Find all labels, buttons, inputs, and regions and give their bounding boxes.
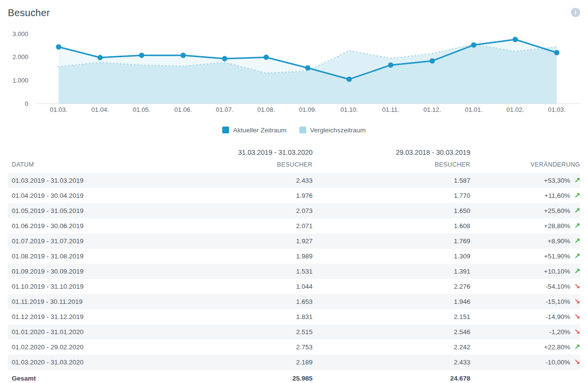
trend-arrow: ↗ (574, 343, 580, 350)
legend-swatch-icon (299, 127, 306, 133)
row-change: +53,30%↗ (470, 173, 580, 188)
svg-text:01.12.: 01.12. (423, 106, 441, 113)
legend-item-current[interactable]: Aktueller Zeitraum (222, 126, 287, 134)
col-header-besucher-current: BESUCHER (172, 160, 313, 173)
change-percent: +11,60% (545, 192, 570, 199)
legend-item-comparison[interactable]: Vergleichszeitraum (299, 126, 366, 134)
row-change: +22,80%↗ (470, 340, 580, 355)
change-percent: +22,80% (544, 343, 570, 351)
row-current-visitors: 2.189 (172, 355, 313, 370)
svg-text:01.03.: 01.03. (548, 106, 566, 113)
trend-arrow: ↗ (574, 222, 580, 229)
visitors-table: 31.03.2019 - 31.03.2020 29.03.2018 - 30.… (8, 149, 580, 383)
period-previous: 29.03.2018 - 30.03.2019 (313, 149, 470, 160)
row-date: 01.03.2019 - 31.03.2019 (8, 173, 172, 188)
row-date: 01.12.2019 - 31.12.2019 (8, 309, 172, 324)
visitors-table-section: 31.03.2019 - 31.03.2020 29.03.2018 - 30.… (8, 149, 580, 383)
table-row: 01.09.2019 - 30.09.2019 1.531 1.391 +10,… (8, 264, 580, 279)
table-row: 01.02.2020 - 29.02.2020 2.753 2.242 +22,… (8, 340, 580, 355)
row-change: +8,90%↗ (470, 234, 580, 249)
change-percent: -14,90% (546, 313, 570, 320)
period-header-row: 31.03.2019 - 31.03.2020 29.03.2018 - 30.… (8, 149, 580, 160)
row-change: -1,20%↘ (470, 324, 580, 340)
row-change: +51,90%↗ (470, 249, 580, 264)
row-date: 01.08.2019 - 31.08.2019 (8, 249, 172, 264)
table-row: 01.08.2019 - 31.08.2019 1.989 1.309 +51,… (8, 249, 580, 264)
row-current-visitors: 1.831 (172, 309, 313, 324)
svg-text:01.10.: 01.10. (340, 106, 358, 113)
row-change: -10,00%↘ (470, 355, 580, 370)
row-current-visitors: 2.753 (172, 340, 313, 355)
row-previous-visitors: 1.391 (313, 264, 470, 279)
table-row: 01.03.2020 - 31.03.2020 2.189 2.433 -10,… (8, 355, 580, 370)
total-current-visitors: 25.985 (172, 370, 313, 383)
legend-label: Aktueller Zeitraum (233, 127, 287, 134)
table-row: 01.12.2019 - 31.12.2019 1.831 2.151 -14,… (8, 309, 580, 324)
table-row: 01.05.2019 - 31.05.2019 2.073 1.650 +25,… (8, 203, 580, 218)
row-current-visitors: 2.073 (172, 203, 313, 218)
svg-text:01.01.: 01.01. (465, 106, 483, 113)
trend-arrow: ↗ (574, 207, 580, 214)
row-current-visitors: 1.653 (172, 294, 313, 309)
period-spacer (8, 149, 172, 160)
row-current-visitors: 1.989 (172, 249, 313, 264)
besucher-widget: Besucher i 3.0002.0001.000001.03.01.04.0… (0, 0, 588, 383)
row-previous-visitors: 1.650 (313, 203, 470, 218)
row-current-visitors: 1.927 (172, 234, 313, 249)
row-date: 01.01.2020 - 31.01.2020 (8, 324, 172, 340)
change-percent: +28,80% (544, 222, 570, 230)
total-change (470, 370, 580, 383)
row-date: 01.06.2019 - 30.06.2019 (8, 218, 172, 234)
row-current-visitors: 1.531 (172, 264, 313, 279)
info-icon[interactable]: i (571, 8, 580, 17)
row-current-visitors: 1.976 (172, 188, 313, 203)
svg-text:2.000: 2.000 (12, 53, 28, 61)
change-percent: +8,90% (547, 237, 570, 245)
total-label: Gesamt (8, 370, 172, 383)
change-percent: -10,00% (546, 359, 570, 366)
row-previous-visitors: 1.608 (313, 218, 470, 234)
change-percent: +51,90% (544, 253, 570, 260)
svg-text:01.11.: 01.11. (382, 106, 399, 113)
row-current-visitors: 2.071 (172, 218, 313, 234)
row-change: -14,90%↘ (470, 309, 580, 324)
visitors-line-chart[interactable]: 3.0002.0001.000001.03.01.04.01.05.01.06.… (0, 27, 588, 120)
change-percent: +53,30% (544, 177, 570, 184)
row-date: 01.09.2019 - 30.09.2019 (8, 264, 172, 279)
svg-text:01.07.: 01.07. (216, 106, 233, 113)
svg-text:01.06.: 01.06. (174, 106, 192, 113)
table-row: 01.11.2019 - 30.11.2019 1.653 1.946 -15,… (8, 294, 580, 309)
chart-canvas[interactable]: 3.0002.0001.000001.03.01.04.01.05.01.06.… (0, 27, 588, 120)
row-previous-visitors: 1.946 (313, 294, 470, 309)
row-current-visitors: 2.515 (172, 324, 313, 340)
col-header-besucher-previous: BESUCHER (313, 160, 470, 173)
row-previous-visitors: 1.769 (313, 234, 470, 249)
table-row: 01.04.2019 - 30.04.2019 1.976 1.770 +11,… (8, 188, 580, 203)
row-previous-visitors: 1.587 (313, 173, 470, 188)
page-title: Besucher (8, 7, 580, 19)
row-change: +28,80%↗ (470, 218, 580, 234)
row-current-visitors: 2.433 (172, 173, 313, 188)
trend-arrow: ↘ (574, 313, 580, 320)
svg-text:01.05.: 01.05. (133, 106, 150, 113)
row-date: 01.10.2019 - 31.10.2019 (8, 279, 172, 294)
trend-arrow: ↗ (574, 176, 580, 184)
trend-arrow: ↗ (574, 192, 580, 199)
change-percent: +10,10% (544, 268, 570, 275)
change-percent: -1,20% (549, 328, 570, 336)
row-previous-visitors: 2.242 (313, 340, 470, 355)
widget-header: Besucher i (0, 0, 588, 21)
change-percent: +25,60% (544, 207, 570, 214)
total-previous-visitors: 24.678 (313, 370, 470, 383)
row-date: 01.11.2019 - 30.11.2019 (8, 294, 172, 309)
row-change: -15,10%↘ (470, 294, 580, 309)
trend-arrow: ↗ (574, 237, 580, 244)
trend-arrow: ↘ (574, 358, 580, 365)
col-header-datum: DATUM (8, 160, 172, 173)
legend-swatch-icon (222, 127, 229, 133)
row-date: 01.05.2019 - 31.05.2019 (8, 203, 172, 218)
period-spacer (470, 149, 580, 160)
row-date: 01.07.2019 - 31.07.2019 (8, 234, 172, 249)
col-header-veraenderung: VERÄNDERUNG (470, 160, 580, 173)
row-previous-visitors: 2.151 (313, 309, 470, 324)
